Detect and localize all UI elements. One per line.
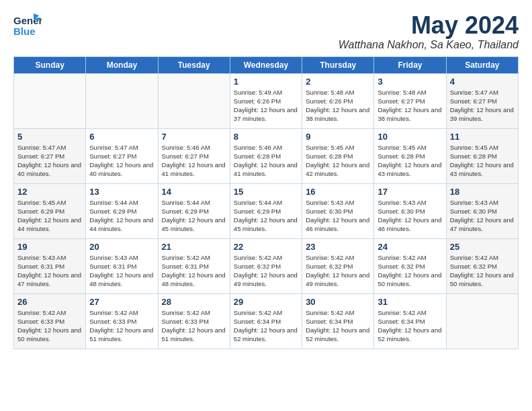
calendar-cell: 10 Sunrise: 5:45 AMSunset: 6:28 PMDaylig…	[374, 128, 446, 183]
logo-svg: General Blue	[13, 12, 42, 40]
day-number: 13	[89, 187, 154, 197]
day-info: Sunrise: 5:43 AMSunset: 6:30 PMDaylight:…	[378, 198, 442, 234]
day-info: Sunrise: 5:42 AMSunset: 6:31 PMDaylight:…	[162, 253, 226, 289]
calendar-cell	[158, 73, 230, 128]
day-info: Sunrise: 5:44 AMSunset: 6:29 PMDaylight:…	[162, 198, 226, 234]
day-info: Sunrise: 5:43 AMSunset: 6:31 PMDaylight:…	[17, 253, 82, 289]
day-number: 11	[450, 132, 515, 142]
calendar-cell: 22 Sunrise: 5:42 AMSunset: 6:32 PMDaylig…	[230, 238, 302, 293]
day-info: Sunrise: 5:45 AMSunset: 6:28 PMDaylight:…	[450, 143, 515, 179]
day-number: 27	[89, 297, 154, 307]
day-info: Sunrise: 5:49 AMSunset: 6:26 PMDaylight:…	[234, 88, 298, 124]
day-info: Sunrise: 5:47 AMSunset: 6:27 PMDaylight:…	[17, 143, 82, 179]
day-number: 17	[378, 187, 442, 197]
weekday-header-tuesday: Tuesday	[158, 56, 230, 73]
svg-text:Blue: Blue	[13, 26, 36, 37]
day-number: 21	[162, 242, 226, 252]
logo: General Blue	[13, 12, 42, 40]
day-number: 14	[162, 187, 226, 197]
day-info: Sunrise: 5:42 AMSunset: 6:34 PMDaylight:…	[378, 308, 442, 344]
day-info: Sunrise: 5:47 AMSunset: 6:27 PMDaylight:…	[89, 143, 154, 179]
weekday-header-saturday: Saturday	[446, 56, 518, 73]
day-number: 24	[378, 242, 442, 252]
day-info: Sunrise: 5:42 AMSunset: 6:33 PMDaylight:…	[89, 308, 154, 344]
weekday-header-wednesday: Wednesday	[230, 56, 302, 73]
day-number: 18	[450, 187, 515, 197]
day-info: Sunrise: 5:42 AMSunset: 6:33 PMDaylight:…	[162, 308, 226, 344]
sub-title: Watthana Nakhon, Sa Kaeo, Thailand	[339, 39, 519, 51]
day-info: Sunrise: 5:44 AMSunset: 6:29 PMDaylight:…	[89, 198, 154, 234]
day-info: Sunrise: 5:42 AMSunset: 6:33 PMDaylight:…	[17, 308, 82, 344]
day-info: Sunrise: 5:48 AMSunset: 6:27 PMDaylight:…	[378, 88, 442, 124]
day-number: 5	[17, 132, 82, 142]
calendar-cell: 21 Sunrise: 5:42 AMSunset: 6:31 PMDaylig…	[158, 238, 230, 293]
day-info: Sunrise: 5:46 AMSunset: 6:28 PMDaylight:…	[234, 143, 298, 179]
day-info: Sunrise: 5:44 AMSunset: 6:29 PMDaylight:…	[234, 198, 298, 234]
day-info: Sunrise: 5:47 AMSunset: 6:27 PMDaylight:…	[450, 88, 515, 124]
day-number: 22	[234, 242, 298, 252]
calendar-cell	[86, 73, 158, 128]
day-number: 2	[306, 77, 370, 87]
day-number: 8	[234, 132, 298, 142]
calendar-cell: 9 Sunrise: 5:45 AMSunset: 6:28 PMDayligh…	[302, 128, 374, 183]
day-number: 10	[378, 132, 442, 142]
day-info: Sunrise: 5:43 AMSunset: 6:31 PMDaylight:…	[89, 253, 154, 289]
day-number: 29	[234, 297, 298, 307]
calendar-cell: 17 Sunrise: 5:43 AMSunset: 6:30 PMDaylig…	[374, 183, 446, 238]
calendar-cell: 25 Sunrise: 5:42 AMSunset: 6:32 PMDaylig…	[446, 238, 518, 293]
calendar-cell: 7 Sunrise: 5:46 AMSunset: 6:27 PMDayligh…	[158, 128, 230, 183]
calendar-cell: 5 Sunrise: 5:47 AMSunset: 6:27 PMDayligh…	[14, 128, 86, 183]
day-info: Sunrise: 5:45 AMSunset: 6:28 PMDaylight:…	[306, 143, 370, 179]
day-number: 7	[162, 132, 226, 142]
day-number: 20	[89, 242, 154, 252]
calendar-cell: 16 Sunrise: 5:43 AMSunset: 6:30 PMDaylig…	[302, 183, 374, 238]
day-number: 15	[234, 187, 298, 197]
weekday-header-friday: Friday	[374, 56, 446, 73]
day-info: Sunrise: 5:43 AMSunset: 6:30 PMDaylight:…	[306, 198, 370, 234]
day-info: Sunrise: 5:42 AMSunset: 6:32 PMDaylight:…	[306, 253, 370, 289]
day-info: Sunrise: 5:42 AMSunset: 6:32 PMDaylight:…	[234, 253, 298, 289]
calendar-cell: 8 Sunrise: 5:46 AMSunset: 6:28 PMDayligh…	[230, 128, 302, 183]
calendar-cell: 26 Sunrise: 5:42 AMSunset: 6:33 PMDaylig…	[14, 293, 86, 349]
page: General Blue May 2024 Watthana Nakhon, S…	[0, 0, 532, 411]
day-info: Sunrise: 5:42 AMSunset: 6:32 PMDaylight:…	[378, 253, 442, 289]
calendar-cell: 18 Sunrise: 5:43 AMSunset: 6:30 PMDaylig…	[446, 183, 518, 238]
day-number: 9	[306, 132, 370, 142]
day-info: Sunrise: 5:46 AMSunset: 6:27 PMDaylight:…	[162, 143, 226, 179]
title-block: May 2024 Watthana Nakhon, Sa Kaeo, Thail…	[339, 12, 519, 51]
day-number: 19	[17, 242, 82, 252]
calendar-cell: 24 Sunrise: 5:42 AMSunset: 6:32 PMDaylig…	[374, 238, 446, 293]
header: General Blue May 2024 Watthana Nakhon, S…	[13, 12, 519, 51]
day-info: Sunrise: 5:42 AMSunset: 6:34 PMDaylight:…	[234, 308, 298, 344]
calendar-cell: 29 Sunrise: 5:42 AMSunset: 6:34 PMDaylig…	[230, 293, 302, 349]
day-number: 26	[17, 297, 82, 307]
calendar-cell: 3 Sunrise: 5:48 AMSunset: 6:27 PMDayligh…	[374, 73, 446, 128]
calendar-cell: 23 Sunrise: 5:42 AMSunset: 6:32 PMDaylig…	[302, 238, 374, 293]
calendar-cell: 19 Sunrise: 5:43 AMSunset: 6:31 PMDaylig…	[14, 238, 86, 293]
day-number: 30	[306, 297, 370, 307]
day-info: Sunrise: 5:48 AMSunset: 6:26 PMDaylight:…	[306, 88, 370, 124]
weekday-header-monday: Monday	[86, 56, 158, 73]
day-info: Sunrise: 5:43 AMSunset: 6:30 PMDaylight:…	[450, 198, 515, 234]
calendar-cell: 28 Sunrise: 5:42 AMSunset: 6:33 PMDaylig…	[158, 293, 230, 349]
day-number: 4	[450, 77, 515, 87]
calendar-cell: 13 Sunrise: 5:44 AMSunset: 6:29 PMDaylig…	[86, 183, 158, 238]
calendar-cell: 4 Sunrise: 5:47 AMSunset: 6:27 PMDayligh…	[446, 73, 518, 128]
calendar-table: SundayMondayTuesdayWednesdayThursdayFrid…	[13, 56, 519, 349]
day-number: 12	[17, 187, 82, 197]
calendar-cell: 30 Sunrise: 5:42 AMSunset: 6:34 PMDaylig…	[302, 293, 374, 349]
day-number: 28	[162, 297, 226, 307]
calendar-cell: 27 Sunrise: 5:42 AMSunset: 6:33 PMDaylig…	[86, 293, 158, 349]
calendar-cell: 14 Sunrise: 5:44 AMSunset: 6:29 PMDaylig…	[158, 183, 230, 238]
calendar-cell: 11 Sunrise: 5:45 AMSunset: 6:28 PMDaylig…	[446, 128, 518, 183]
calendar-cell: 12 Sunrise: 5:45 AMSunset: 6:29 PMDaylig…	[14, 183, 86, 238]
calendar-cell: 6 Sunrise: 5:47 AMSunset: 6:27 PMDayligh…	[86, 128, 158, 183]
calendar-cell: 15 Sunrise: 5:44 AMSunset: 6:29 PMDaylig…	[230, 183, 302, 238]
day-number: 25	[450, 242, 515, 252]
day-number: 1	[234, 77, 298, 87]
calendar-cell	[446, 293, 518, 349]
calendar-cell: 31 Sunrise: 5:42 AMSunset: 6:34 PMDaylig…	[374, 293, 446, 349]
day-info: Sunrise: 5:42 AMSunset: 6:34 PMDaylight:…	[306, 308, 370, 344]
calendar-cell: 1 Sunrise: 5:49 AMSunset: 6:26 PMDayligh…	[230, 73, 302, 128]
day-number: 23	[306, 242, 370, 252]
